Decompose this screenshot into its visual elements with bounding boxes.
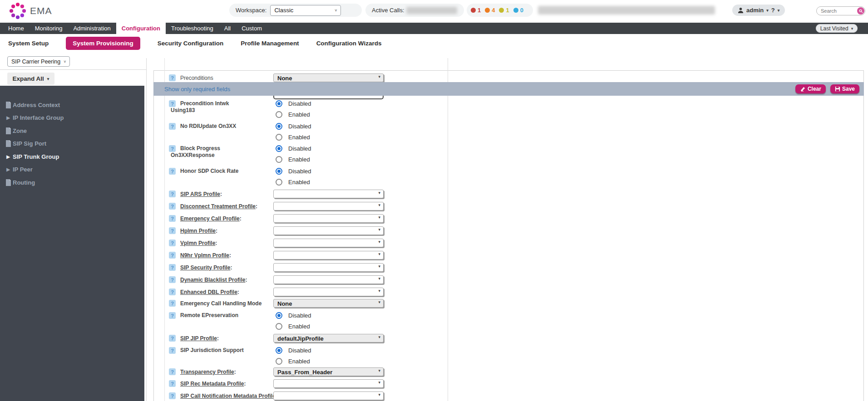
radio-button-icon[interactable] [276, 134, 282, 141]
expand-caret-icon[interactable]: ▶ [4, 154, 13, 159]
field-label-sip-jip-profile[interactable]: SIP JIP Profile: [171, 335, 272, 342]
select-hplmn-profile[interactable]: ▾ [273, 226, 384, 235]
clear-label: Clear [808, 86, 821, 92]
radio-button-icon[interactable] [276, 100, 282, 107]
field-label-emergency-call-profile[interactable]: Emergency Call Profile: [171, 215, 272, 222]
select-dynamic-blacklist-profile[interactable]: ▾ [273, 275, 384, 284]
radio-button-icon[interactable] [276, 347, 282, 354]
radio-no-rdiupdate-on3xx-disabled[interactable]: Disabled [276, 123, 311, 130]
expand-caret-icon[interactable]: ▶ [4, 115, 13, 120]
context-select[interactable]: SIP Carrier Peering ˅ [7, 56, 70, 67]
sidebar-item-sip-sig-port[interactable]: SIP Sig Port [0, 137, 144, 151]
radio-no-rdiupdate-on3xx-enabled[interactable]: Enabled [276, 134, 310, 141]
tab-security-configuration[interactable]: Security Configuration [158, 40, 224, 47]
select-sip-ars-profile[interactable]: ▾ [273, 190, 384, 198]
nav-item-all[interactable]: All [219, 23, 236, 34]
chevron-down-icon[interactable]: ▾ [766, 8, 769, 13]
sidebar-item-sip-trunk-group[interactable]: ▶SIP Trunk Group [0, 150, 144, 163]
radio-label: Enabled [288, 134, 310, 141]
show-required-fields-link[interactable]: Show only required fields [164, 86, 230, 93]
field-label-sip-jurisdiction-support: SIP Jurisdiction Support [171, 347, 272, 354]
save-button[interactable]: Save [830, 84, 859, 93]
radio-remote-epreservation-disabled[interactable]: Disabled [276, 312, 311, 319]
alarm-summary-pill[interactable]: 1410 [467, 4, 533, 17]
sidebar-item-zone[interactable]: Zone [0, 124, 144, 137]
select-emergency-call-handling-mode[interactable]: None▾ [273, 299, 384, 308]
radio-button-icon[interactable] [276, 156, 282, 163]
expand-caret-icon[interactable]: ▶ [4, 167, 13, 172]
radio-sip-jurisdiction-support-enabled[interactable]: Enabled [276, 358, 310, 365]
nav-item-troubleshooting[interactable]: Troubleshooting [166, 23, 219, 34]
field-label-sip-rec-metadata-profile[interactable]: SIP Rec Metadata Profile: [171, 381, 272, 387]
select-vplmn-profile[interactable]: ▾ [273, 239, 384, 247]
radio-precondition-intwk-enabled[interactable]: Enabled [276, 111, 310, 118]
user-menu[interactable]: admin ▾ ? ▾ [732, 5, 785, 16]
tab-system-provisioning[interactable]: System Provisioning [66, 37, 140, 50]
info-alarm-dot-icon [513, 8, 518, 13]
select-emergency-call-profile[interactable]: ▾ [273, 214, 384, 223]
sidebar-item-label: SIP Trunk Group [13, 153, 59, 160]
help-menu[interactable]: ? [771, 7, 775, 14]
nav-item-administration[interactable]: Administration [68, 23, 116, 34]
divider [448, 58, 448, 401]
field-label-sip-call-notification-metadata-profile[interactable]: SIP Call Notification Metadata Profile: [171, 393, 272, 400]
radio-button-icon[interactable] [276, 358, 282, 365]
radio-label: Enabled [288, 156, 310, 163]
tab-configuration-wizards[interactable]: Configuration Wizards [316, 40, 382, 47]
document-icon [4, 140, 13, 147]
radio-button-icon[interactable] [276, 145, 282, 152]
workspace-select[interactable]: Classic ˅ [270, 5, 341, 16]
radio-precondition-intwk-disabled[interactable]: Disabled [276, 100, 311, 107]
radio-button-icon[interactable] [276, 312, 282, 319]
radio-block-progress-enabled[interactable]: Enabled [276, 156, 310, 163]
radio-button-icon[interactable] [276, 123, 282, 130]
select-sip-rec-metadata-profile[interactable]: ▾ [273, 379, 384, 388]
tab-profile-management[interactable]: Profile Management [241, 40, 299, 47]
nav-item-custom[interactable]: Custom [236, 23, 267, 34]
tab-system-setup[interactable]: System Setup [8, 40, 49, 47]
radio-remote-epreservation-enabled[interactable]: Enabled [276, 323, 310, 330]
field-label-hplmn-profile[interactable]: Hplmn Profile: [171, 228, 272, 235]
field-label-sip-security-profile[interactable]: SIP Security Profile: [171, 264, 272, 271]
sidebar-item-routing[interactable]: Routing [0, 176, 144, 189]
select-sip-jip-profile[interactable]: defaultJipProfile▾ [273, 334, 384, 342]
sidebar-item-ip-peer[interactable]: ▶IP Peer [0, 163, 144, 176]
radio-button-icon[interactable] [276, 179, 282, 186]
select-disconnect-treatment-profile[interactable]: ▾ [273, 202, 384, 210]
chevron-down-icon[interactable]: ▾ [778, 8, 780, 13]
radio-honor-sdp-clock-rate-disabled[interactable]: Disabled [276, 168, 311, 175]
search-icon[interactable] [857, 7, 864, 15]
last-visited-button[interactable]: Last Visited ▾ [816, 24, 858, 33]
field-label-n9hr-vplmn-profile[interactable]: N9hr Vplmn Profile: [171, 252, 272, 259]
select-preconditions[interactable]: None▾ [273, 73, 384, 82]
nav-item-configuration[interactable]: Configuration [116, 23, 166, 34]
last-visited-label: Last Visited [820, 25, 848, 32]
field-label-sip-ars-profile[interactable]: SIP ARS Profile: [171, 191, 272, 198]
radio-button-icon[interactable] [276, 111, 282, 118]
major-alarm-count: 4 [492, 7, 495, 14]
field-label-vplmn-profile[interactable]: Vplmn Profile: [171, 240, 272, 247]
field-label-disconnect-treatment-profile[interactable]: Disconnect Treatment Profile: [171, 203, 272, 210]
clear-button[interactable]: Clear [795, 84, 826, 93]
field-label-dynamic-blacklist-profile[interactable]: Dynamic Blacklist Profile: [171, 277, 272, 284]
select-n9hr-vplmn-profile[interactable]: ▾ [273, 251, 384, 259]
radio-sip-jurisdiction-support-disabled[interactable]: Disabled [276, 347, 311, 354]
select-transparency-profile[interactable]: Pass_From_Header▾ [273, 367, 384, 376]
workspace-value: Classic [274, 7, 293, 14]
chevron-down-icon: ▾ [851, 26, 853, 31]
field-label-transparency-profile[interactable]: Transparency Profile: [171, 369, 272, 376]
radio-block-progress-disabled[interactable]: Disabled [276, 145, 311, 152]
nav-item-home[interactable]: Home [3, 23, 30, 34]
select-enhanced-dbl-profile[interactable]: ▾ [273, 288, 384, 296]
radio-honor-sdp-clock-rate-enabled[interactable]: Enabled [276, 179, 310, 186]
radio-button-icon[interactable] [276, 323, 282, 330]
sidebar-item-address-context[interactable]: Address Context [0, 98, 144, 112]
nav-item-monitoring[interactable]: Monitoring [30, 23, 68, 34]
expand-all-button[interactable]: Expand All ▾ [7, 73, 54, 85]
field-label-enhanced-dbl-profile[interactable]: Enhanced DBL Profile: [171, 289, 272, 296]
radio-button-icon[interactable] [276, 168, 282, 175]
workspace-label: Workspace: [236, 7, 266, 14]
select-sip-call-notification-metadata-profile[interactable]: ▾ [273, 391, 384, 400]
select-sip-security-profile[interactable]: ▾ [273, 263, 384, 272]
sidebar-item-ip-interface-group[interactable]: ▶IP Interface Group [0, 112, 144, 125]
